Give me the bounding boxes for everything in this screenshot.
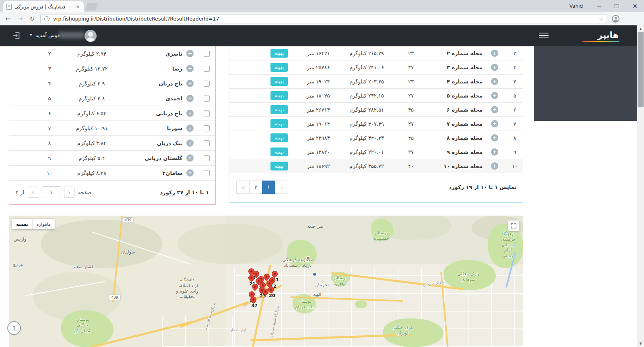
window-maximize-button[interactable] <box>608 0 626 12</box>
stop-count: ۲۳ <box>395 79 427 85</box>
collapsed-side-panel <box>534 46 637 121</box>
customers-footer: از ۴ صفحه ۱ تا ۱۰ از ۳۷ رکورد <box>9 181 215 204</box>
welcome-text[interactable]: خوش آمدید <box>35 32 61 38</box>
add-customer-button[interactable] <box>186 95 194 102</box>
site-logo[interactable]: هایپر <box>598 30 619 40</box>
optimize-button[interactable]: بهینه <box>270 119 288 128</box>
next-page-button[interactable] <box>64 187 74 198</box>
pagination-prev-icon[interactable] <box>236 181 250 194</box>
customer-weight: ۱۰.۹۱ کیلوگرم <box>62 125 122 131</box>
add-customer-button[interactable] <box>186 169 194 177</box>
user-avatar[interactable] <box>85 30 97 42</box>
address-bar[interactable]: vrp.fishopping.ir/Distribution/Distribut… <box>40 14 607 23</box>
add-customer-button[interactable] <box>186 110 194 117</box>
customer-row: تاج دریانی ۶.۵۴ کیلوگرم ۶ <box>9 106 215 121</box>
bookmark-star-icon[interactable] <box>599 15 604 22</box>
satellite-type-button[interactable]: ماهواره <box>32 219 55 229</box>
optimize-button[interactable]: بهینه <box>270 162 288 170</box>
add-neighborhood-button[interactable] <box>491 134 498 141</box>
page-viewport: خوش آمدید هایپر ناصری ۲.۹۴ کیلوگرم ۲ <box>0 25 637 347</box>
neighborhood-row: ۴ محله شماره ۴ ۲۳ ۲۰۳.۴۵ کیلوگرم ۱۹۰۲۴ م… <box>229 75 523 89</box>
row-number: ۹ <box>507 149 523 155</box>
add-neighborhood-button[interactable] <box>491 162 498 170</box>
row-checkbox[interactable] <box>204 66 210 72</box>
user-name-blurred <box>59 32 85 38</box>
add-neighborhood-button[interactable] <box>491 120 498 127</box>
browser-tab[interactable]: فیشاپینگ | فروش مویرگی <box>3 1 84 12</box>
pagination-next-icon[interactable] <box>275 181 288 194</box>
row-checkbox[interactable] <box>204 81 210 87</box>
browser-toolbar: vrp.fishopping.ir/Distribution/Distribut… <box>0 12 644 25</box>
add-neighborhood-button[interactable] <box>491 148 498 156</box>
new-tab-button[interactable] <box>85 3 98 10</box>
fullscreen-button[interactable] <box>508 220 519 231</box>
add-customer-button[interactable] <box>186 50 194 57</box>
optimize-button[interactable]: بهینه <box>270 105 288 114</box>
row-checkbox[interactable] <box>204 155 210 161</box>
optimize-button[interactable]: بهینه <box>270 77 288 86</box>
add-customer-button[interactable] <box>186 125 194 132</box>
add-customer-button[interactable] <box>186 65 194 72</box>
row-number: ۴ <box>37 81 62 87</box>
customer-weight: ۱۲.۷۲ کیلوگرم <box>62 66 122 72</box>
stop-count: ۲۷ <box>395 149 427 155</box>
neighborhood-name: محله شماره ۹ <box>427 149 483 155</box>
scrollbar-down-icon[interactable] <box>637 340 644 347</box>
transit-poi-icon[interactable] <box>312 272 317 276</box>
add-customer-button[interactable] <box>186 80 194 87</box>
scrollbar-thumb[interactable] <box>638 32 644 107</box>
optimize-button[interactable]: بهینه <box>270 148 288 156</box>
optimize-button[interactable]: بهینه <box>270 133 288 142</box>
scroll-to-top-button[interactable] <box>7 321 21 335</box>
map-label: پس قلعه <box>307 224 324 229</box>
window-minimize-button[interactable] <box>590 0 608 12</box>
row-number: ۷ <box>507 121 523 127</box>
customer-name: احمدی <box>122 96 182 102</box>
row-checkbox[interactable] <box>204 125 210 131</box>
row-checkbox[interactable] <box>204 170 210 176</box>
tab-title: فیشاپینگ | فروش مویرگی <box>14 4 72 10</box>
reload-icon[interactable] <box>27 14 37 24</box>
pagination-page-1-active[interactable]: ۱ <box>262 181 275 194</box>
browser-scrollbar[interactable] <box>637 25 644 347</box>
map-type-button[interactable]: نقشه <box>12 219 32 229</box>
route-distance: ۱۸۰۴۵ متر <box>298 93 339 99</box>
map-street-grid <box>162 316 238 347</box>
optimize-button[interactable]: بهینه <box>270 91 288 100</box>
add-neighborhood-button[interactable] <box>491 106 498 113</box>
row-checkbox[interactable] <box>204 51 210 57</box>
neighborhood-row: ۵ محله شماره ۵ ۲۷ ۲۳۲.۱۵ کیلوگرم ۱۸۰۴۵ م… <box>229 89 523 103</box>
add-neighborhood-button[interactable] <box>491 50 498 57</box>
page-of-label: از ۴ <box>16 189 24 195</box>
row-checkbox[interactable] <box>204 110 210 116</box>
row-checkbox[interactable] <box>204 96 210 102</box>
neighborhood-row: ۶ محله شماره ۶ ۳۵ ۲۸۲.۵۱ کیلوگرم ۲۶۷۱۳ م… <box>229 103 523 117</box>
logout-icon[interactable] <box>12 31 21 42</box>
prev-page-button[interactable] <box>28 187 38 198</box>
map-label: پارک جنگلی سوهانک <box>457 271 479 283</box>
neighborhood-name: محله شماره ۳ <box>427 64 483 71</box>
browser-profile-icon[interactable] <box>612 15 619 23</box>
optimize-button[interactable]: بهینه <box>270 63 288 72</box>
pagination-page-2[interactable]: ۲ <box>249 181 262 194</box>
neighborhood-name: محله شماره ۷ <box>427 121 483 127</box>
add-neighborhood-button[interactable] <box>491 92 498 99</box>
row-checkbox[interactable] <box>204 140 210 146</box>
tab-close-icon[interactable] <box>75 4 80 10</box>
row-number: ۶ <box>37 110 62 116</box>
window-close-button[interactable] <box>626 0 644 12</box>
add-neighborhood-button[interactable] <box>491 78 498 85</box>
url-text[interactable]: vrp.fishopping.ir/Distribution/Distribut… <box>53 16 219 22</box>
menu-hamburger-icon[interactable] <box>539 33 549 40</box>
forward-icon <box>15 14 25 24</box>
add-neighborhood-button[interactable] <box>491 64 498 71</box>
add-customer-button[interactable] <box>186 154 194 162</box>
page-info-icon[interactable] <box>44 16 50 21</box>
page-number-input[interactable] <box>42 186 60 198</box>
back-icon[interactable] <box>3 14 13 24</box>
optimize-button[interactable]: بهینه <box>270 49 288 58</box>
add-customer-button[interactable] <box>186 139 194 147</box>
stop-count: ۴۰ <box>395 163 427 169</box>
map[interactable]: بوستان جمشیدیه اردوگاه فرهنگی ورزشی امام… <box>9 216 523 347</box>
scrollbar-up-icon[interactable] <box>637 25 644 32</box>
